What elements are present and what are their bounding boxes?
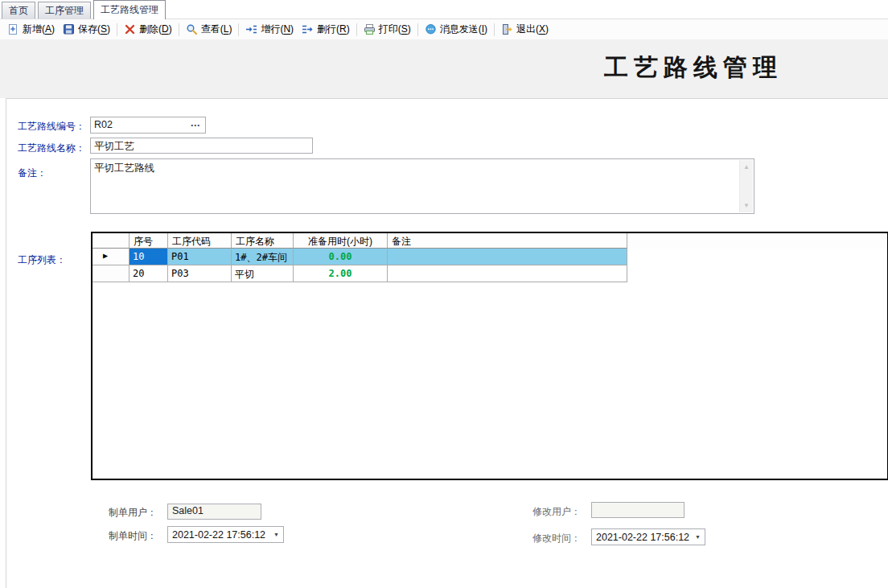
route-name-input[interactable]: 平切工艺 [90,138,313,154]
add-row-button-label: 增行(N) [261,23,294,36]
toolbar-separator [356,23,357,36]
exit-icon [501,23,513,35]
grid-cell[interactable]: 1#、2#车间 [232,249,294,265]
process-grid[interactable]: 序号工序代码工序名称准备用时(小时)备注 ▶10P011#、2#车间0.0020… [91,232,888,480]
created-user-input[interactable]: Sale01 [167,504,261,520]
remark-textarea[interactable]: 平切工艺路线 ▲ ▼ [90,158,754,214]
created-time-value: 2021-02-22 17:56:12 [168,529,269,541]
grid-cell[interactable]: 2.00 [294,265,388,282]
grid-corner-header[interactable] [92,233,130,249]
tab-home[interactable]: 首页 [2,2,35,19]
view-icon [186,23,198,35]
created-time-label: 制单时间： [109,529,157,543]
scroll-down-icon[interactable]: ▼ [743,202,750,209]
process-list-label: 工序列表： [18,253,66,267]
route-name-label: 工艺路线名称： [18,142,85,155]
modified-user-input[interactable] [591,502,684,518]
delete-row-icon [302,23,314,35]
new-button-label: 新增(A) [23,23,55,36]
row-selector-cell[interactable] [92,265,130,282]
send-message-button[interactable]: 消息发送(I) [421,21,491,38]
delete-row-button[interactable]: 删行(R) [298,21,354,38]
current-row-marker-icon: ▶ [103,251,108,260]
new-button[interactable]: 新增(A) [3,21,59,38]
grid-column-header[interactable]: 工序代码 [168,233,232,249]
toolbar-separator [494,23,495,36]
browse-ellipsis-icon[interactable]: … [191,117,202,129]
modified-user-label: 修改用户： [532,505,581,519]
route-code-input[interactable]: R02 … [90,117,206,134]
tab-process-management[interactable]: 工序管理 [38,2,91,19]
save-icon [63,23,75,35]
scroll-up-icon[interactable]: ▲ [743,163,750,171]
app-window: 首页工序管理工艺路线管理 新增(A)保存(S)删除(D)查看(L)增行(N)删行… [0,0,888,588]
created-user-label: 制单用户： [109,506,157,520]
grid-column-header[interactable]: 工序名称 [232,233,294,249]
toolbar-separator [179,23,179,36]
exit-button[interactable]: 退出(X) [497,21,553,38]
grid-column-header[interactable]: 序号 [130,233,168,249]
grid-cell[interactable]: 平切 [232,265,294,282]
save-button-label: 保存(S) [78,23,110,36]
route-code-value: R02 [94,119,113,130]
chevron-down-icon[interactable]: ▼ [269,532,283,537]
modified-time-label: 修改时间： [532,532,581,545]
chevron-down-icon[interactable]: ▼ [691,534,705,540]
created-time-dropdown[interactable]: 2021-02-22 17:56:12 ▼ [167,526,284,543]
print-icon [364,23,376,35]
send-message-button-label: 消息发送(I) [440,23,487,36]
route-code-label: 工艺路线编号： [18,120,85,134]
row-selector-cell[interactable]: ▶ [92,249,130,265]
created-user-value: Sale01 [172,505,204,516]
table-row: 20P03平切2.00 [92,265,887,282]
remark-label: 备注： [18,167,47,180]
print-button[interactable]: 打印(S) [360,21,415,38]
grid-cell[interactable]: P01 [168,249,232,265]
grid-cell[interactable] [388,249,627,265]
table-row: ▶10P011#、2#车间0.00 [92,249,887,265]
toolbar-separator [238,23,239,36]
grid-rows: ▶10P011#、2#车间0.0020P03平切2.00 [92,249,887,282]
modified-time-value: 2021-02-22 17:56:12 [592,532,691,543]
add-row-button[interactable]: 增行(N) [241,21,298,38]
view-button[interactable]: 查看(L) [182,21,236,38]
delete-icon [124,23,136,35]
grid-cell[interactable]: 10 [130,249,168,265]
message-icon [425,23,437,35]
exit-button-label: 退出(X) [516,23,549,36]
save-button[interactable]: 保存(S) [59,21,114,38]
delete-button-label: 删除(D) [139,23,172,36]
toolbar: 新增(A)保存(S)删除(D)查看(L)增行(N)删行(R)打印(S)消息发送(… [0,19,888,39]
toolbar-separator [417,23,418,36]
delete-row-button-label: 删行(R) [317,23,350,36]
grid-column-header[interactable]: 备注 [388,233,627,249]
tab-route-management[interactable]: 工艺路线管理 [93,0,166,19]
print-button-label: 打印(S) [379,23,411,36]
delete-button[interactable]: 删除(D) [120,21,176,38]
new-icon [7,23,19,35]
grid-cell[interactable]: P03 [168,265,232,282]
view-button-label: 查看(L) [201,23,232,36]
toolbar-separator [117,23,117,36]
remark-scrollbar[interactable]: ▲ ▼ [739,160,753,212]
grid-cell[interactable]: 0.00 [294,249,388,265]
grid-header-row: 序号工序代码工序名称准备用时(小时)备注 [92,233,887,249]
modified-time-dropdown[interactable]: 2021-02-22 17:56:12 ▼ [591,528,705,545]
remark-value: 平切工艺路线 [94,162,154,174]
route-name-value: 平切工艺 [94,141,134,152]
grid-column-header[interactable]: 准备用时(小时) [294,233,388,249]
tab-strip: 首页工序管理工艺路线管理 [0,0,888,19]
page-title: 工艺路线管理 [597,51,790,84]
grid-cell[interactable]: 20 [130,265,168,282]
grid-cell[interactable] [388,265,627,282]
add-row-icon [245,23,257,35]
